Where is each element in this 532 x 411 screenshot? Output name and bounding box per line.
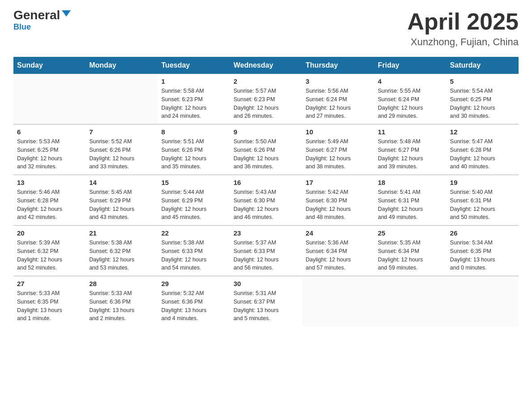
day-info: Sunrise: 5:44 AM Sunset: 6:29 PM Dayligh… <box>161 188 226 222</box>
day-number: 22 <box>161 229 226 237</box>
day-info: Sunrise: 5:58 AM Sunset: 6:23 PM Dayligh… <box>161 87 226 120</box>
day-number: 20 <box>17 229 82 237</box>
day-info: Sunrise: 5:38 AM Sunset: 6:33 PM Dayligh… <box>161 239 226 272</box>
calendar-cell: 5Sunrise: 5:54 AM Sunset: 6:25 PM Daylig… <box>446 74 519 124</box>
logo: General Blue <box>13 9 71 32</box>
calendar-cell: 1Sunrise: 5:58 AM Sunset: 6:23 PM Daylig… <box>158 74 230 124</box>
logo-main-text: General <box>13 9 71 21</box>
day-info: Sunrise: 5:35 AM Sunset: 6:34 PM Dayligh… <box>378 239 443 272</box>
day-info: Sunrise: 5:36 AM Sunset: 6:34 PM Dayligh… <box>306 239 371 272</box>
calendar-cell <box>446 276 519 327</box>
day-of-week-header: Friday <box>374 57 446 74</box>
day-info: Sunrise: 5:37 AM Sunset: 6:33 PM Dayligh… <box>233 239 298 272</box>
day-number: 8 <box>161 128 226 136</box>
day-number: 14 <box>89 179 154 186</box>
calendar-cell <box>302 276 374 327</box>
day-info: Sunrise: 5:55 AM Sunset: 6:24 PM Dayligh… <box>378 87 443 120</box>
calendar-subtitle: Xunzhong, Fujian, China <box>407 36 519 48</box>
logo-sub-text: Blue <box>13 22 31 32</box>
day-number: 21 <box>89 229 154 237</box>
day-number: 13 <box>17 179 82 186</box>
day-info: Sunrise: 5:45 AM Sunset: 6:29 PM Dayligh… <box>89 188 154 222</box>
calendar-cell: 11Sunrise: 5:48 AM Sunset: 6:27 PM Dayli… <box>374 124 446 175</box>
calendar-cell: 14Sunrise: 5:45 AM Sunset: 6:29 PM Dayli… <box>86 175 158 226</box>
calendar-cell: 22Sunrise: 5:38 AM Sunset: 6:33 PM Dayli… <box>158 226 230 276</box>
day-number: 16 <box>233 179 298 186</box>
calendar-cell <box>374 276 446 327</box>
calendar-table: SundayMondayTuesdayWednesdayThursdayFrid… <box>13 57 519 326</box>
day-number: 7 <box>89 128 154 136</box>
calendar-cell: 13Sunrise: 5:46 AM Sunset: 6:28 PM Dayli… <box>13 175 86 226</box>
day-number: 27 <box>17 280 82 287</box>
calendar-cell: 19Sunrise: 5:40 AM Sunset: 6:31 PM Dayli… <box>446 175 519 226</box>
calendar-week-row: 1Sunrise: 5:58 AM Sunset: 6:23 PM Daylig… <box>13 74 519 124</box>
day-number: 10 <box>306 128 371 136</box>
day-info: Sunrise: 5:46 AM Sunset: 6:28 PM Dayligh… <box>17 188 82 222</box>
calendar-cell <box>13 74 86 124</box>
day-info: Sunrise: 5:39 AM Sunset: 6:32 PM Dayligh… <box>17 239 82 272</box>
day-number: 28 <box>89 280 154 287</box>
day-info: Sunrise: 5:33 AM Sunset: 6:35 PM Dayligh… <box>17 289 82 323</box>
calendar-cell <box>86 74 158 124</box>
day-info: Sunrise: 5:34 AM Sunset: 6:35 PM Dayligh… <box>450 239 515 272</box>
day-number: 15 <box>161 179 226 186</box>
day-info: Sunrise: 5:56 AM Sunset: 6:24 PM Dayligh… <box>306 87 371 120</box>
day-number: 9 <box>233 128 298 136</box>
calendar-cell: 4Sunrise: 5:55 AM Sunset: 6:24 PM Daylig… <box>374 74 446 124</box>
calendar-cell: 20Sunrise: 5:39 AM Sunset: 6:32 PM Dayli… <box>13 226 86 276</box>
day-of-week-header: Wednesday <box>230 57 302 74</box>
logo-triangle-icon <box>62 10 71 17</box>
calendar-cell: 29Sunrise: 5:32 AM Sunset: 6:36 PM Dayli… <box>158 276 230 327</box>
day-number: 24 <box>306 229 371 237</box>
day-info: Sunrise: 5:32 AM Sunset: 6:36 PM Dayligh… <box>161 289 226 323</box>
calendar-cell: 26Sunrise: 5:34 AM Sunset: 6:35 PM Dayli… <box>446 226 519 276</box>
day-number: 5 <box>450 77 515 85</box>
day-of-week-header: Tuesday <box>158 57 230 74</box>
calendar-cell: 6Sunrise: 5:53 AM Sunset: 6:25 PM Daylig… <box>13 124 86 175</box>
day-number: 25 <box>378 229 443 237</box>
day-number: 12 <box>450 128 515 136</box>
day-of-week-header: Saturday <box>446 57 519 74</box>
day-number: 6 <box>17 128 82 136</box>
day-info: Sunrise: 5:52 AM Sunset: 6:26 PM Dayligh… <box>89 137 154 171</box>
calendar-cell: 30Sunrise: 5:31 AM Sunset: 6:37 PM Dayli… <box>230 276 302 327</box>
day-info: Sunrise: 5:53 AM Sunset: 6:25 PM Dayligh… <box>17 137 82 171</box>
day-info: Sunrise: 5:40 AM Sunset: 6:31 PM Dayligh… <box>450 188 515 222</box>
day-info: Sunrise: 5:47 AM Sunset: 6:28 PM Dayligh… <box>450 137 515 171</box>
calendar-cell: 23Sunrise: 5:37 AM Sunset: 6:33 PM Dayli… <box>230 226 302 276</box>
calendar-cell: 25Sunrise: 5:35 AM Sunset: 6:34 PM Dayli… <box>374 226 446 276</box>
calendar-week-row: 20Sunrise: 5:39 AM Sunset: 6:32 PM Dayli… <box>13 226 519 276</box>
calendar-cell: 2Sunrise: 5:57 AM Sunset: 6:23 PM Daylig… <box>230 74 302 124</box>
day-number: 2 <box>233 77 298 85</box>
calendar-cell: 28Sunrise: 5:33 AM Sunset: 6:36 PM Dayli… <box>86 276 158 327</box>
day-info: Sunrise: 5:38 AM Sunset: 6:32 PM Dayligh… <box>89 239 154 272</box>
calendar-cell: 18Sunrise: 5:41 AM Sunset: 6:31 PM Dayli… <box>374 175 446 226</box>
calendar-cell: 16Sunrise: 5:43 AM Sunset: 6:30 PM Dayli… <box>230 175 302 226</box>
day-of-week-header: Thursday <box>302 57 374 74</box>
day-number: 11 <box>378 128 443 136</box>
calendar-cell: 3Sunrise: 5:56 AM Sunset: 6:24 PM Daylig… <box>302 74 374 124</box>
day-of-week-header: Sunday <box>13 57 86 74</box>
calendar-cell: 7Sunrise: 5:52 AM Sunset: 6:26 PM Daylig… <box>86 124 158 175</box>
day-info: Sunrise: 5:43 AM Sunset: 6:30 PM Dayligh… <box>233 188 298 222</box>
day-of-week-header: Monday <box>86 57 158 74</box>
day-number: 19 <box>450 179 515 186</box>
day-info: Sunrise: 5:49 AM Sunset: 6:27 PM Dayligh… <box>306 137 371 171</box>
header: General Blue April 2025 Xunzhong, Fujian… <box>13 9 519 48</box>
day-number: 17 <box>306 179 371 186</box>
day-info: Sunrise: 5:57 AM Sunset: 6:23 PM Dayligh… <box>233 87 298 120</box>
day-number: 30 <box>233 280 298 287</box>
day-info: Sunrise: 5:50 AM Sunset: 6:26 PM Dayligh… <box>233 137 298 171</box>
calendar-cell: 9Sunrise: 5:50 AM Sunset: 6:26 PM Daylig… <box>230 124 302 175</box>
calendar-cell: 15Sunrise: 5:44 AM Sunset: 6:29 PM Dayli… <box>158 175 230 226</box>
day-number: 18 <box>378 179 443 186</box>
day-number: 23 <box>233 229 298 237</box>
calendar-title: April 2025 <box>407 9 519 34</box>
calendar-cell: 12Sunrise: 5:47 AM Sunset: 6:28 PM Dayli… <box>446 124 519 175</box>
calendar-cell: 8Sunrise: 5:51 AM Sunset: 6:26 PM Daylig… <box>158 124 230 175</box>
day-info: Sunrise: 5:42 AM Sunset: 6:30 PM Dayligh… <box>306 188 371 222</box>
day-number: 29 <box>161 280 226 287</box>
calendar-cell: 10Sunrise: 5:49 AM Sunset: 6:27 PM Dayli… <box>302 124 374 175</box>
day-info: Sunrise: 5:41 AM Sunset: 6:31 PM Dayligh… <box>378 188 443 222</box>
day-number: 4 <box>378 77 443 85</box>
